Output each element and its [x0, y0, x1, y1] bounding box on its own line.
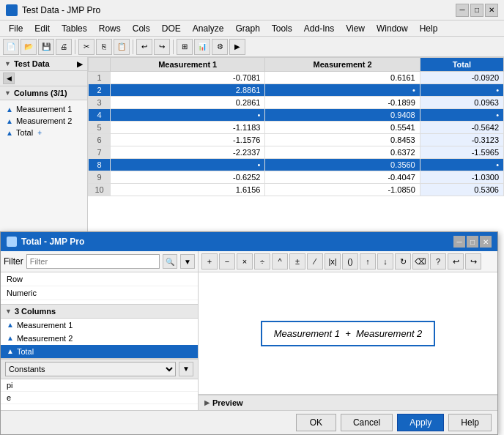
constants-list: pi e . -1 — [1, 379, 198, 411]
formula-btn-neg[interactable]: ± — [289, 253, 305, 269]
menu-view[interactable]: View — [340, 22, 371, 35]
columns-header[interactable]: ▼ Columns (3/1) — [0, 86, 87, 100]
window-controls[interactable]: ─ □ ✕ — [456, 4, 498, 17]
formula-btn-del[interactable]: ⌫ — [412, 253, 429, 269]
formula-area[interactable]: Measurement 1 + Measurement 2 — [199, 272, 497, 395]
cell-total: -0.0920 — [420, 72, 503, 84]
menu-help[interactable]: Help — [414, 22, 444, 35]
paste-button[interactable]: 📋 — [114, 39, 130, 55]
print-button[interactable]: 🖨 — [56, 39, 72, 55]
func-row[interactable]: Row — [1, 272, 198, 286]
cell-total: -0.5642 — [420, 122, 503, 134]
dialog-title-bar: Total - JMP Pro ─ □ ✕ — [1, 232, 497, 251]
menu-addins[interactable]: Add-Ins — [298, 22, 340, 35]
menu-tools[interactable]: Tools — [266, 22, 298, 35]
formula-btn-par[interactable]: () — [342, 253, 358, 269]
th-m1[interactable]: Measurement 1 — [111, 58, 265, 72]
const-dot[interactable]: . — [1, 404, 198, 411]
formula-box: Measurement 1 + Measurement 2 — [261, 321, 436, 346]
formula-btn-sub[interactable]: − — [219, 253, 235, 269]
constants-dropdown[interactable]: Constants — [5, 362, 176, 376]
menu-edit[interactable]: Edit — [29, 22, 56, 35]
menu-window[interactable]: Window — [371, 22, 414, 35]
table-row[interactable]: 9 -0.6252 -0.4047 -1.0300 — [89, 171, 504, 184]
const-e[interactable]: e — [1, 392, 198, 404]
col-type-icon-m2: ▲ — [7, 334, 14, 342]
th-m2[interactable]: Measurement 2 — [265, 58, 420, 72]
dlg-col-m1[interactable]: ▲ Measurement 1 — [1, 319, 198, 332]
dialog-cols-header[interactable]: ▼ 3 Columns — [1, 304, 198, 319]
col-item-m1[interactable]: ▲ Measurement 1 — [3, 103, 84, 115]
table-row[interactable]: 1 -0.7081 0.6161 -0.0920 — [89, 72, 504, 84]
cell-rownum: 10 — [89, 184, 111, 196]
add-col-icon[interactable]: + — [37, 129, 42, 137]
script-btn[interactable]: ▶ — [229, 39, 245, 55]
save-button[interactable]: 💾 — [38, 39, 54, 55]
formula-btn-pow[interactable]: ^ — [272, 253, 288, 269]
maximize-button[interactable]: □ — [470, 4, 483, 17]
dialog-minimize-btn[interactable]: ─ — [453, 236, 465, 248]
menu-tables[interactable]: Tables — [56, 22, 93, 35]
dialog-close-btn[interactable]: ✕ — [480, 236, 492, 248]
menu-doe[interactable]: DOE — [156, 22, 187, 35]
table-row[interactable]: 3 0.2861 -0.1899 0.0963 — [89, 97, 504, 109]
filter-clear-btn[interactable]: ▼ — [180, 254, 195, 269]
menu-file[interactable]: File — [3, 22, 29, 35]
menu-rows[interactable]: Rows — [93, 22, 127, 35]
cut-button[interactable]: ✂ — [78, 39, 94, 55]
chart-btn[interactable]: 📊 — [194, 39, 210, 55]
constants-arrow[interactable]: ▼ — [179, 362, 193, 376]
help-button[interactable]: Help — [448, 414, 492, 431]
formula-btn-add[interactable]: + — [201, 253, 218, 269]
formula-btn-abs[interactable]: |x| — [325, 253, 341, 269]
filter-btn[interactable]: ⚙ — [212, 39, 228, 55]
test-data-header[interactable]: ▼ Test Data ▶ — [0, 57, 87, 71]
formula-btn-rotate[interactable]: ↻ — [395, 253, 411, 269]
formula-btn-question[interactable]: ? — [430, 253, 446, 269]
table-row[interactable]: 4 • 0.9408 • — [89, 109, 504, 122]
undo-button[interactable]: ↩ — [136, 39, 152, 55]
formula-btn-down[interactable]: ↓ — [377, 253, 393, 269]
formula-btn-mul[interactable]: × — [237, 253, 253, 269]
cancel-button[interactable]: Cancel — [341, 414, 393, 431]
dlg-col-total[interactable]: ▲ Total — [1, 345, 198, 358]
table-btn[interactable]: ⊞ — [177, 39, 193, 55]
formula-btn-redo[interactable]: ↪ — [465, 253, 481, 269]
menu-graph[interactable]: Graph — [229, 22, 265, 35]
table-row[interactable]: 6 -1.1576 0.8453 -0.3123 — [89, 134, 504, 146]
close-button[interactable]: ✕ — [485, 4, 498, 17]
col-item-total[interactable]: ▲ Total + — [3, 127, 84, 138]
dialog-restore-btn[interactable]: □ — [467, 236, 478, 248]
formula-btn-div[interactable]: ÷ — [254, 253, 270, 269]
formula-btn-frac[interactable]: ⁄ — [307, 253, 323, 269]
table-row[interactable]: 2 2.8861 • • — [89, 84, 504, 97]
app-icon — [6, 4, 18, 16]
filter-input[interactable] — [26, 254, 160, 269]
new-button[interactable]: 📄 — [3, 39, 19, 55]
table-row[interactable]: 5 -1.1183 0.5541 -0.5642 — [89, 122, 504, 134]
nav-left-btn[interactable]: ◀ — [3, 72, 15, 84]
table-row[interactable]: 7 -2.2337 0.6372 -1.5965 — [89, 146, 504, 159]
col-item-m2[interactable]: ▲ Measurement 2 — [3, 115, 84, 127]
open-button[interactable]: 📂 — [21, 39, 37, 55]
minimize-button[interactable]: ─ — [456, 4, 469, 17]
copy-button[interactable]: ⎘ — [96, 39, 112, 55]
menu-analyze[interactable]: Analyze — [187, 22, 230, 35]
formula-btn-up[interactable]: ↑ — [360, 253, 376, 269]
table-row[interactable]: 10 1.6156 -1.0850 0.5306 — [89, 184, 504, 196]
filter-search-btn[interactable]: 🔍 — [163, 254, 177, 269]
apply-button[interactable]: Apply — [397, 414, 444, 431]
menu-cols[interactable]: Cols — [127, 22, 156, 35]
func-numeric[interactable]: Numeric — [1, 286, 198, 300]
col-icon-m1: ▲ — [6, 105, 13, 114]
preview-bar[interactable]: ▶ Preview — [199, 395, 497, 410]
dlg-col-m2[interactable]: ▲ Measurement 2 — [1, 332, 198, 345]
formula-btn-undo[interactable]: ↩ — [448, 253, 464, 269]
const-pi[interactable]: pi — [1, 379, 198, 392]
expand-icon[interactable]: ▶ — [77, 60, 83, 68]
dialog-controls[interactable]: ─ □ ✕ — [453, 236, 492, 248]
ok-button[interactable]: OK — [296, 414, 336, 431]
redo-button[interactable]: ↪ — [154, 39, 170, 55]
th-total[interactable]: Total — [420, 58, 503, 72]
table-row[interactable]: 8 • 0.3560 • — [89, 159, 504, 171]
